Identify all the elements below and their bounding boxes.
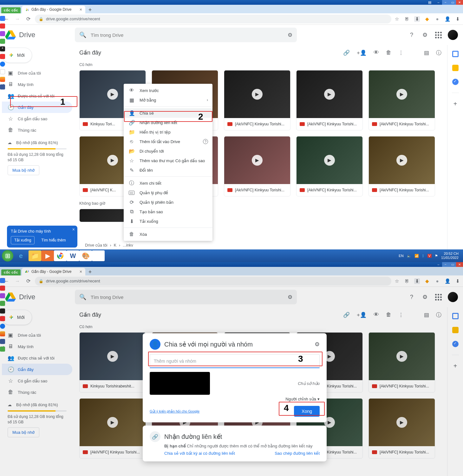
addons-plus-icon[interactable]: + — [452, 363, 459, 369]
ctx-moveto[interactable]: 📂Di chuyển tới — [124, 146, 212, 156]
settings-gear-icon[interactable]: ⚙ — [421, 31, 429, 39]
calendar-icon[interactable] — [452, 313, 459, 319]
close-window-button[interactable]: ✕ — [456, 262, 463, 267]
tray-net-icon[interactable]: 📶 — [414, 254, 419, 258]
maximize-button[interactable]: ▭ — [449, 0, 456, 5]
apps-icon[interactable] — [434, 293, 442, 301]
editor-role-dropdown[interactable]: Người chỉnh sửa▾ — [150, 397, 320, 401]
tasks-icon[interactable] — [452, 79, 459, 85]
tray-bt-icon[interactable]: ᛒ — [422, 254, 424, 258]
change-link-button[interactable]: Chia sẻ với bất kỳ ai có đường liên kết — [164, 451, 235, 456]
forward-button[interactable]: → — [13, 277, 22, 285]
sidebar-item-computers[interactable]: ▸🖥Máy tính — [2, 79, 72, 90]
promo-learn-button[interactable]: Tìm hiểu thêm — [38, 236, 69, 244]
taskbar-paint-icon[interactable]: 🖌 — [92, 250, 105, 261]
delete-icon[interactable]: 🗑 — [386, 50, 391, 56]
forward-button[interactable]: → — [13, 15, 22, 23]
sidebar-item-starred[interactable]: ☆Có gắn dấu sao — [2, 113, 72, 124]
view-list-icon[interactable]: ▤ — [424, 50, 429, 56]
file-card[interactable]: ▶[AkiVNFC] Kinkyuu Torishi... — [224, 136, 290, 196]
share-settings-icon[interactable]: ⚙ — [315, 341, 320, 348]
ctx-versions[interactable]: ⟳Quản lý phiên bản — [124, 197, 212, 207]
taskbar-app-icon[interactable]: 🎨 — [79, 250, 92, 261]
minimize-button[interactable]: − — [442, 0, 449, 5]
file-card[interactable]: ▶[AkiVNFC] Kinkyuu Torishi... — [79, 398, 146, 459]
shortcut-plus-icon[interactable]: + — [0, 46, 5, 51]
drive-logo[interactable]: Drive — [5, 30, 72, 40]
link-icon[interactable]: 🔗 — [343, 50, 350, 56]
search-box[interactable]: 🔍 ⚙ — [75, 28, 297, 42]
savefile-icon[interactable]: ⬇ — [455, 278, 460, 284]
arrow-icon[interactable]: ← — [435, 262, 442, 267]
shortcut-icon[interactable] — [0, 77, 5, 82]
share-person-icon[interactable]: +👤 — [357, 312, 367, 318]
ctx-download[interactable]: ⬇Tải xuống — [124, 216, 212, 226]
sidebar-item-mydrive[interactable]: ▸▣Drive của tôi — [2, 67, 72, 79]
more-vert-icon[interactable]: ⋮ — [398, 50, 404, 56]
reload-button[interactable]: ⟳ — [24, 277, 32, 285]
search-options-icon[interactable]: ⚙ — [288, 294, 292, 301]
shortcut-icon[interactable] — [0, 23, 5, 29]
sidebar-item-recent[interactable]: 🕘Gần đây — [2, 364, 72, 375]
ctx-preview[interactable]: 👁Xem trước — [124, 86, 212, 95]
tray-v-icon[interactable]: V — [427, 254, 432, 258]
star-icon[interactable]: ☆ — [394, 16, 400, 22]
feedback-link[interactable]: Gửi ý kiến phản hồi cho Google — [150, 409, 199, 413]
new-tab-button[interactable]: + — [87, 6, 94, 13]
keep-icon[interactable] — [452, 65, 459, 71]
delete-icon[interactable]: 🗑 — [386, 312, 391, 318]
search-input[interactable] — [91, 32, 283, 38]
tray-flag-icon[interactable]: ⚑ — [435, 254, 438, 258]
sidebar-item-trash[interactable]: 🗑Thùng rác — [2, 124, 72, 136]
help-icon[interactable]: ? — [408, 293, 415, 301]
link-icon[interactable]: 🔗 — [343, 312, 350, 318]
ctx-showloc[interactable]: 📁Hiển thị vị trí tệp — [124, 127, 212, 137]
taskbar-media-icon[interactable]: ▶ — [41, 250, 54, 261]
shortcut-icon[interactable] — [0, 31, 5, 36]
file-card[interactable]: ▶Kinkyuu Torishirabeshit... — [79, 332, 146, 393]
close-window-button[interactable]: ✕ — [456, 0, 463, 5]
shortcut-icon[interactable] — [0, 62, 5, 67]
addons-plus-icon[interactable]: + — [452, 101, 459, 107]
diamond-icon[interactable]: ◆ — [424, 278, 430, 284]
download-tray-icon[interactable]: ⬇ — [414, 278, 420, 284]
taskbar-chrome-icon[interactable] — [54, 250, 67, 261]
settings-gear-icon[interactable]: ⚙ — [421, 293, 429, 301]
shortcut-icon[interactable] — [0, 84, 5, 89]
shortcut-icon[interactable] — [0, 39, 5, 44]
tab-close-icon[interactable]: × — [80, 7, 82, 12]
shield-icon[interactable]: ⛨ — [404, 278, 410, 284]
maximize-button[interactable]: ▭ — [449, 262, 456, 267]
ctx-details[interactable]: ⓘXem chi tiết — [124, 178, 212, 188]
file-card[interactable]: ▶[AkiVNFC] Kinkyuu Torishi... — [368, 398, 435, 459]
share-person-icon[interactable]: +👤 — [357, 50, 367, 56]
file-card[interactable]: ▶[AkiVNFC] Kinkyuu Torishi... — [368, 70, 435, 130]
details-icon[interactable]: ⓘ — [436, 311, 441, 319]
shortcut-icon[interactable] — [0, 16, 5, 21]
add-people-input[interactable]: Thêm người và nhóm — [150, 354, 320, 368]
diamond-icon[interactable]: ◆ — [424, 16, 430, 22]
crumb[interactable]: Drive của tôi — [85, 243, 108, 248]
file-card[interactable]: ▶[AkiVNFC] Kinkyuu Torishi... — [296, 136, 363, 196]
sidebar-item-trash[interactable]: 🗑Thùng rác — [2, 387, 72, 398]
ctx-addstar[interactable]: ☆Thêm vào thư mục Có gắn dấu sao — [124, 156, 212, 165]
apps-icon[interactable] — [434, 31, 442, 39]
sidebar-item-starred[interactable]: ☆Có gắn dấu sao — [2, 375, 72, 387]
help-icon[interactable]: ? — [408, 31, 415, 39]
profile-icon[interactable]: 👤 — [445, 16, 450, 22]
search-input[interactable] — [91, 294, 283, 300]
ctx-delete[interactable]: 🗑Xóa — [124, 229, 212, 239]
new-tab-button[interactable]: + — [87, 268, 94, 275]
tray-sound-icon[interactable]: 🔈 — [407, 254, 411, 258]
browser-tab-active[interactable]: Gần đây - Google Drive × — [22, 268, 85, 275]
file-card[interactable]: ▶[AkiVNFC] Kinkyuu Torishi... — [368, 136, 435, 196]
crumb[interactable]: K — [114, 243, 116, 248]
taskbar-word-icon[interactable]: W — [67, 250, 79, 261]
url-field[interactable]: 🔒 drive.google.com/drive/recent — [35, 277, 391, 286]
promo-download-button[interactable]: Tải xuống — [11, 236, 35, 244]
more-vert-icon[interactable]: ⋮ — [398, 312, 404, 318]
buy-storage-button[interactable]: Mua bộ nhớ — [8, 427, 39, 437]
help-icon[interactable]: ? — [203, 139, 208, 144]
ext-icon[interactable]: ● — [434, 278, 440, 284]
new-button[interactable]: + Mới — [2, 310, 32, 325]
